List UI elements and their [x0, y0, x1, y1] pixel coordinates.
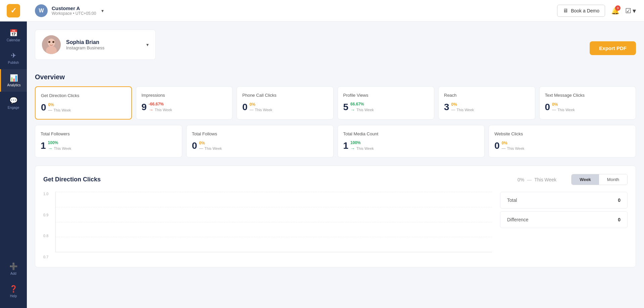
- stat-card-total-follows[interactable]: Total Follows 0 0% — This Week: [186, 125, 334, 158]
- stat-value: 0: [545, 102, 550, 113]
- chart-title: Get Direction Clicks: [43, 176, 101, 183]
- sidebar-item-add[interactable]: ➕ Add: [0, 258, 27, 280]
- chart-toggle: Week Month: [571, 174, 628, 185]
- sidebar-item-publish[interactable]: ✈ Publish: [0, 47, 27, 69]
- user-menu[interactable]: ☑ ▾: [625, 7, 636, 15]
- stat-card-bottom: 9 -66.67% → This Week: [142, 102, 227, 113]
- stat-meta: 0% — This Week: [48, 102, 71, 113]
- stat-card-bottom: 0 0% — This Week: [545, 102, 631, 113]
- stat-meta: 100% → This Week: [350, 140, 374, 151]
- stat-card-text-message-clicks[interactable]: Text Message Clicks 0 0% — This Week: [539, 86, 636, 120]
- chart-body: 1.0 0.9 0.8 0.7 Total0Difference0: [43, 192, 628, 259]
- chart-grid-area: [55, 192, 492, 252]
- stat-value: 1: [41, 140, 46, 151]
- chart-panel-label: Total: [507, 197, 517, 203]
- stat-card-title: Get Direction Clicks: [41, 93, 126, 98]
- arrow-right-icon: →: [48, 146, 53, 151]
- sidebar-label-calendar: Calendar: [7, 38, 20, 42]
- chart-pct-label: 0%: [517, 177, 524, 182]
- help-icon: ❓: [9, 285, 18, 293]
- stat-week: — This Week: [199, 146, 222, 151]
- arrow-right-icon: →: [149, 107, 153, 113]
- profile-row: Sophia Brian Instagram Business ▾ Export…: [35, 30, 636, 67]
- stat-card-title: Profile Views: [343, 93, 429, 98]
- workspace-chevron-icon[interactable]: ▾: [101, 8, 104, 13]
- stat-pct: -66.67%: [149, 102, 172, 106]
- profile-platform: Instagram Business: [66, 45, 140, 50]
- stat-card-total-followers[interactable]: Total Followers 1 100% → This Week: [35, 125, 182, 158]
- chart-week-label: This Week: [534, 177, 556, 182]
- stat-card-title: Total Followers: [41, 131, 177, 136]
- stat-card-title: Phone Call Clicks: [242, 93, 328, 98]
- chart-pct-info: 0% — This Week: [517, 177, 556, 182]
- sidebar-label-engage: Engage: [8, 106, 19, 109]
- stat-card-title: Total Follows: [192, 131, 328, 136]
- chart-grid-line-4: [56, 237, 492, 237]
- stat-pct: 0%: [502, 141, 525, 145]
- y-label-10: 1.0: [43, 192, 53, 196]
- chart-header: Get Direction Clicks 0% — This Week Week…: [43, 174, 628, 185]
- chart-toggle-week[interactable]: Week: [572, 174, 599, 185]
- dash-icon: —: [199, 146, 203, 151]
- sidebar-bottom: ➕ Add ❓ Help: [0, 258, 27, 308]
- content-area: Sophia Brian Instagram Business ▾ Export…: [27, 21, 644, 308]
- chart-panel-label: Difference: [507, 217, 529, 222]
- sidebar-label-add: Add: [10, 272, 16, 275]
- stat-meta: -66.67% → This Week: [149, 102, 172, 113]
- stat-week: — This Week: [502, 146, 525, 151]
- profile-chevron-icon[interactable]: ▾: [146, 42, 149, 47]
- export-pdf-button[interactable]: Export PDF: [590, 41, 636, 55]
- workspace-info: Customer A Workspace • UTC+05:00: [52, 5, 96, 16]
- stat-card-phone-call-clicks[interactable]: Phone Call Clicks 0 0% — This Week: [237, 86, 334, 120]
- stat-value: 0: [494, 140, 500, 151]
- stats-row-1: Get Direction Clicks 0 0% — This Week Im…: [35, 86, 636, 120]
- stat-card-profile-views[interactable]: Profile Views 5 66.67% → This Week: [338, 86, 435, 120]
- stat-card-bottom: 0 0% — This Week: [242, 102, 328, 113]
- chart-section: Get Direction Clicks 0% — This Week Week…: [35, 166, 636, 267]
- chart-sidebar-panel: Total0Difference0: [500, 192, 628, 259]
- stat-card-get-direction-clicks[interactable]: Get Direction Clicks 0 0% — This Week: [35, 86, 132, 120]
- stat-card-website-clicks[interactable]: Website Clicks 0 0% — This Week: [489, 125, 636, 158]
- chart-toggle-month[interactable]: Month: [599, 174, 627, 185]
- stat-card-title: Total Media Count: [343, 131, 479, 136]
- chart-grid-line-2: [56, 207, 492, 207]
- sidebar-label-help: Help: [10, 294, 17, 298]
- sidebar-label-publish: Publish: [8, 61, 19, 64]
- stat-week: → This Week: [48, 146, 71, 151]
- stat-card-bottom: 3 0% — This Week: [444, 102, 530, 113]
- stat-card-total-media-count[interactable]: Total Media Count 1 100% → This Week: [338, 125, 485, 158]
- chart-panel-value: 0: [618, 217, 621, 222]
- dash-icon: —: [451, 107, 455, 112]
- sidebar-item-calendar[interactable]: 📅 Calendar: [0, 24, 27, 47]
- stat-value: 1: [343, 140, 349, 151]
- stat-week: — This Week: [250, 107, 273, 112]
- stat-meta: 0% — This Week: [451, 102, 474, 112]
- stat-card-title: Text Message Clicks: [545, 93, 631, 98]
- stat-card-reach[interactable]: Reach 3 0% — This Week: [438, 86, 535, 120]
- book-demo-button[interactable]: 🖥 Book a Demo: [557, 5, 605, 17]
- y-label-09: 0.9: [43, 213, 53, 217]
- dash-icon: —: [552, 107, 556, 112]
- svg-point-3: [48, 41, 50, 43]
- profile-card[interactable]: Sophia Brian Instagram Business ▾: [35, 30, 156, 60]
- sidebar-item-analytics[interactable]: 📊 Analytics: [0, 69, 27, 92]
- profile-info: Sophia Brian Instagram Business: [66, 39, 140, 50]
- sidebar-item-help[interactable]: ❓ Help: [0, 280, 27, 303]
- stat-card-bottom: 1 100% → This Week: [343, 140, 479, 151]
- chart-grid-line-3: [56, 222, 492, 222]
- stat-meta: 0% — This Week: [552, 102, 575, 112]
- stat-card-bottom: 0 0% — This Week: [41, 102, 126, 113]
- sidebar: ✓ 📅 Calendar ✈ Publish 📊 Analytics 💬 Eng…: [0, 0, 27, 308]
- stat-meta: 100% → This Week: [48, 140, 71, 151]
- stat-card-impressions[interactable]: Impressions 9 -66.67% → This Week: [136, 86, 233, 120]
- notification-button[interactable]: 🔔 9: [609, 5, 621, 17]
- y-label-07: 0.7: [43, 255, 53, 259]
- chart-dash: —: [527, 177, 532, 182]
- chart-panel-row-total: Total0: [500, 192, 628, 209]
- stat-card-title: Website Clicks: [494, 131, 630, 136]
- sidebar-item-engage[interactable]: 💬 Engage: [0, 92, 27, 114]
- stat-week: — This Week: [48, 108, 71, 113]
- stat-pct: 0%: [199, 141, 222, 145]
- dash-icon: —: [250, 107, 254, 112]
- workspace-avatar: W: [35, 4, 48, 17]
